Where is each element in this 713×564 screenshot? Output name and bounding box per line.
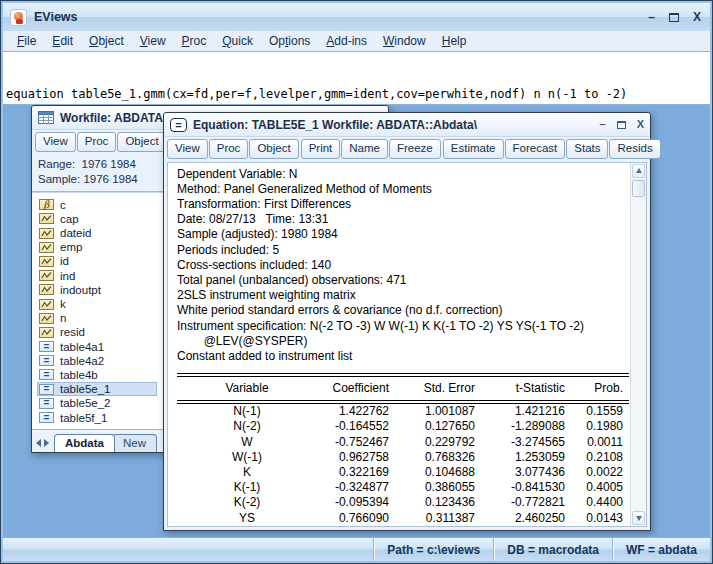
command-line: equation table5e_1.gmm(cx=fd,per=f,level… — [6, 86, 707, 103]
menu-view[interactable]: View — [132, 32, 174, 50]
table-row: K0.3221690.1046883.0774360.0022 — [177, 465, 629, 480]
eq-view-button[interactable]: View — [167, 139, 208, 159]
table-row: YS0.7660900.3113872.4602500.0143 — [177, 511, 629, 526]
vertical-scrollbar[interactable] — [630, 163, 646, 526]
equation-title-bar[interactable]: Equation: TABLE5E_1 Workfile: ABDATA::Ab… — [164, 113, 650, 137]
main-title-bar[interactable]: EViews – X — [3, 3, 710, 31]
series-icon — [39, 299, 54, 310]
menu-options[interactable]: Options — [261, 32, 318, 50]
estimation-summary: Dependent Variable: N Method: Panel Gene… — [168, 163, 630, 526]
scroll-up-icon[interactable] — [632, 164, 645, 178]
equation-icon — [39, 398, 54, 409]
menu-add-ins[interactable]: Add-ins — [318, 32, 375, 50]
tab-scroll-left-icon[interactable] — [36, 439, 41, 447]
app-title: EViews — [34, 10, 641, 24]
table-row: W(-1)0.9627580.7683261.2530590.2108 — [177, 450, 629, 465]
series-icon — [39, 242, 54, 253]
series-icon — [39, 228, 54, 239]
status-wf: WF = abdata — [612, 538, 710, 561]
maximize-icon[interactable] — [617, 121, 626, 129]
beta-icon — [39, 199, 54, 210]
tab-new-page[interactable]: New — [112, 434, 157, 452]
eq-name-button[interactable]: Name — [341, 139, 388, 159]
menu-file[interactable]: File — [9, 32, 44, 50]
command-window[interactable]: equation table5e_1.gmm(cx=fd,per=f,level… — [3, 52, 710, 105]
equation-icon — [39, 355, 54, 366]
mdi-area: Workfile: ABDATA View Proc Object Save R… — [3, 105, 710, 537]
equation-icon — [39, 369, 54, 380]
workfile-icon — [38, 111, 54, 124]
list-item-selected[interactable]: table5e_1 — [37, 382, 157, 396]
close-icon[interactable]: X — [693, 11, 701, 23]
eq-forecast-button[interactable]: Forecast — [505, 139, 566, 159]
table-row: K(-1)-0.3248770.386055-0.8415300.4005 — [177, 480, 629, 495]
table-row: W-0.7524670.229792-3.2745650.0011 — [177, 435, 629, 450]
menu-edit[interactable]: Edit — [44, 32, 81, 50]
eq-resids-button[interactable]: Resids — [609, 139, 660, 159]
table-row: N(-1)1.4227621.0010871.4212160.1559 — [177, 404, 629, 419]
minimize-icon[interactable]: – — [600, 119, 606, 130]
maximize-icon[interactable] — [669, 13, 679, 22]
equation-toolbar: View Proc Object Print Name Freeze Estim… — [164, 137, 650, 161]
series-icon — [39, 256, 54, 267]
coefficient-table: Variable Coefficient Std. Error t-Statis… — [177, 373, 629, 526]
series-icon — [39, 284, 54, 295]
menu-bar: File Edit Object View Proc Quick Options… — [3, 31, 710, 52]
status-db: DB = macrodata — [493, 538, 612, 561]
workfile-title: Workfile: ABDATA — [60, 111, 163, 125]
minimize-icon[interactable]: – — [648, 11, 655, 23]
eq-proc-button[interactable]: Proc — [209, 139, 249, 159]
status-path: Path = c:\eviews — [373, 538, 493, 561]
status-bar: Path = c:\eviews DB = macrodata WF = abd… — [3, 537, 710, 561]
eq-freeze-button[interactable]: Freeze — [389, 139, 441, 159]
eq-print-button[interactable]: Print — [301, 139, 341, 159]
equation-output: Dependent Variable: N Method: Panel Gene… — [167, 162, 647, 527]
equation-icon — [39, 412, 54, 423]
scroll-down-icon[interactable] — [632, 511, 645, 525]
menu-proc[interactable]: Proc — [174, 32, 215, 50]
equation-icon — [39, 341, 54, 352]
scrollbar-thumb[interactable] — [632, 180, 645, 197]
table-row: K(-2)-0.0953940.123436-0.7728210.4400 — [177, 495, 629, 510]
close-icon[interactable]: X — [637, 119, 644, 130]
series-icon — [39, 213, 54, 224]
equation-icon — [39, 384, 54, 395]
equation-object-icon — [170, 118, 187, 132]
eq-object-button[interactable]: Object — [249, 139, 298, 159]
series-icon — [39, 270, 54, 281]
equation-title: Equation: TABLE5E_1 Workfile: ABDATA::Ab… — [193, 118, 477, 132]
menu-quick[interactable]: Quick — [214, 32, 261, 50]
menu-help[interactable]: Help — [434, 32, 475, 50]
eviews-logo-icon — [10, 9, 27, 26]
wf-proc-button[interactable]: Proc — [77, 132, 117, 152]
series-icon — [39, 313, 54, 324]
wf-object-button[interactable]: Object — [117, 132, 166, 152]
series-icon — [39, 327, 54, 338]
menu-window[interactable]: Window — [375, 32, 434, 50]
tab-scroll-right-icon[interactable] — [44, 439, 49, 447]
wf-view-button[interactable]: View — [35, 132, 76, 152]
eq-estimate-button[interactable]: Estimate — [443, 139, 504, 159]
eq-stats-button[interactable]: Stats — [566, 139, 608, 159]
tab-abdata[interactable]: Abdata — [54, 434, 115, 452]
menu-object[interactable]: Object — [81, 32, 132, 50]
equation-window: Equation: TABLE5E_1 Workfile: ABDATA::Ab… — [163, 112, 651, 531]
table-row: N(-2)-0.1645520.127650-1.2890880.1980 — [177, 419, 629, 434]
eviews-main-window: EViews – X File Edit Object View Proc Qu… — [0, 0, 713, 564]
table-header-row: Variable Coefficient Std. Error t-Statis… — [177, 377, 629, 400]
